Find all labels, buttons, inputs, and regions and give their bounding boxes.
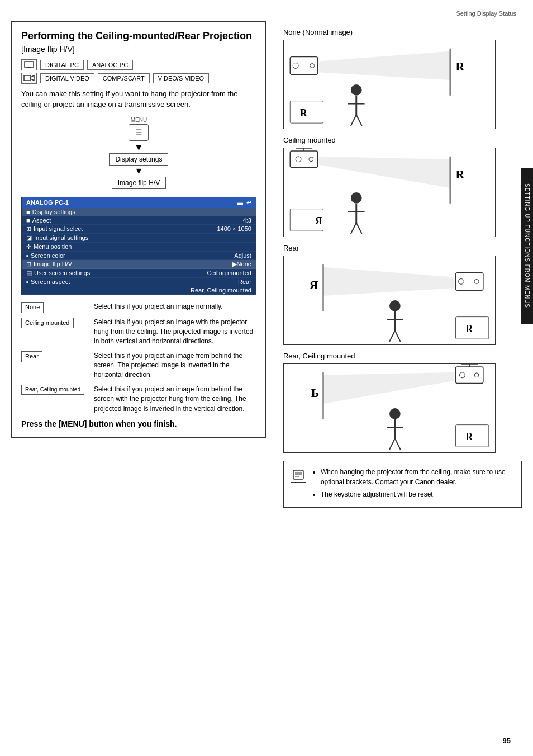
- svg-text:R: R: [315, 215, 322, 226]
- osd-image-flip-icon: ⊡: [26, 261, 31, 268]
- svg-marker-50: [323, 372, 454, 404]
- svg-rect-2: [24, 75, 31, 81]
- note-item-2: The keystone adjustment will be reset.: [321, 489, 515, 499]
- osd-row-display-settings: ■Display settings: [22, 208, 256, 216]
- svg-line-42: [395, 330, 401, 342]
- diagram-rear-ceiling: Ь R: [283, 363, 496, 453]
- video-icon: [21, 73, 37, 84]
- svg-point-20: [296, 157, 301, 162]
- intro-text: You can make this setting if you want to…: [21, 88, 256, 110]
- osd-screen-aspect-icon: ▪: [26, 278, 28, 285]
- svg-marker-22: [319, 157, 450, 188]
- svg-text:R: R: [455, 60, 464, 73]
- press-note: Press the [MENU] button when you finish.: [21, 419, 256, 428]
- badge-comp-scart: COMP./SCART: [98, 73, 150, 83]
- diagram-none: R R: [283, 40, 496, 129]
- image-flip-box: Image flip H/V: [112, 177, 166, 189]
- svg-line-41: [389, 330, 395, 342]
- svg-point-5: [293, 63, 298, 68]
- osd-row-menu-position: ✛Menu position: [22, 243, 256, 252]
- osd-row-input-signal-settings: ◪Input signal settings: [22, 234, 256, 243]
- diagram-label-none: None (Normal image): [283, 28, 522, 36]
- diagram-label-ceiling: Ceiling mounted: [283, 136, 522, 144]
- diagram-label-rear: Rear: [283, 244, 522, 252]
- note-icon: [291, 467, 306, 483]
- svg-point-49: [474, 373, 479, 377]
- left-column: Performing the Ceiling-mounted/Rear Proj…: [11, 21, 278, 508]
- osd-icon-return: ↩: [246, 199, 251, 206]
- svg-point-33: [458, 278, 464, 284]
- osd-screen: ANALOG PC-1 ▬ ↩ ■Display settings ■Aspec…: [21, 197, 256, 295]
- svg-line-28: [351, 223, 356, 234]
- svg-point-21: [309, 157, 313, 162]
- osd-user-screen-icon: ▤: [26, 270, 32, 277]
- diagram-rear: Я R: [283, 256, 496, 345]
- svg-line-57: [395, 438, 401, 450]
- osd-title: ANALOG PC-1: [26, 199, 69, 206]
- osd-row-aspect: ■Aspect 4:3: [22, 216, 256, 225]
- svg-point-38: [389, 300, 401, 311]
- badge-analog-pc: ANALOG PC: [87, 60, 133, 70]
- svg-text:R: R: [455, 168, 464, 181]
- option-none-label: None: [21, 302, 88, 313]
- svg-point-25: [351, 192, 362, 204]
- osd-input-select-icon: ⊞: [26, 225, 31, 233]
- svg-point-6: [310, 63, 315, 68]
- option-rear: Rear Select this if you project an image…: [21, 351, 256, 380]
- svg-rect-1: [27, 67, 31, 68]
- svg-rect-0: [25, 62, 34, 67]
- option-none-text: Select this if you project an image norm…: [88, 302, 256, 313]
- svg-text:R: R: [465, 431, 473, 442]
- osd-icon-bar: ▬: [237, 199, 243, 206]
- side-tab: SETTING UP FUNCTIONS FROM MENUS: [521, 168, 533, 324]
- right-column: None (Normal image) R R: [278, 21, 522, 508]
- input-type-row-2: DIGITAL VIDEO COMP./SCART VIDEO/S-VIDEO: [21, 73, 256, 84]
- osd-row-rear-ceiling: Rear, Ceiling mounted: [22, 286, 256, 295]
- svg-point-48: [459, 372, 465, 378]
- osd-row-screen-aspect: ▪Screen aspect Rear: [22, 278, 256, 286]
- svg-line-14: [356, 115, 362, 126]
- svg-marker-3: [31, 75, 34, 81]
- svg-text:R: R: [465, 323, 473, 334]
- option-ceiling-label: Ceiling mounted: [21, 318, 88, 347]
- section-box: Performing the Ceiling-mounted/Rear Proj…: [11, 21, 266, 438]
- svg-text:R: R: [300, 107, 307, 119]
- diagram-label-rear-ceiling: Rear, Ceiling mounted: [283, 352, 522, 360]
- svg-point-10: [351, 84, 362, 96]
- note-content: When hanging the projector from the ceil…: [312, 467, 515, 502]
- svg-rect-4: [290, 57, 317, 75]
- osd-header: ANALOG PC-1 ▬ ↩: [22, 197, 256, 208]
- svg-line-13: [351, 115, 356, 126]
- svg-line-29: [356, 223, 362, 234]
- svg-point-53: [389, 408, 401, 419]
- badge-video-svideo: VIDEO/S-VIDEO: [153, 73, 210, 83]
- osd-row-input-signal-select: ⊞Input signal select 1400 × 1050: [22, 225, 256, 234]
- option-rear-ceiling-label: Rear, Ceiling mounted: [21, 385, 88, 414]
- input-type-row-1: DIGITAL PC ANALOG PC: [21, 59, 256, 70]
- osd-header-icons: ▬ ↩: [237, 199, 251, 206]
- svg-marker-7: [319, 51, 450, 80]
- svg-line-56: [389, 438, 395, 450]
- display-settings-box: Display settings: [109, 153, 168, 166]
- menu-flow: MENU ☰ ▼ Display settings ▼ Image flip H…: [21, 117, 256, 189]
- option-rear-text: Select this if you project an image from…: [88, 351, 256, 380]
- svg-text:Ь: Ь: [311, 386, 319, 400]
- menu-label: MENU: [131, 117, 147, 123]
- diagram-ceiling: R R: [283, 148, 496, 237]
- badge-digital-video: DIGITAL VIDEO: [40, 73, 94, 83]
- option-ceiling-mounted: Ceiling mounted Select this if you proje…: [21, 318, 256, 347]
- pc-icon: [21, 59, 37, 70]
- osd-row-user-screen: ▤User screen settings Ceiling mounted: [22, 269, 256, 278]
- section-title: Performing the Ceiling-mounted/Rear Proj…: [21, 30, 256, 42]
- arrow-down-1: ▼: [135, 143, 144, 152]
- section-subtitle: [Image flip H/V]: [21, 45, 256, 54]
- osd-screen-color-icon: ▪: [26, 252, 28, 259]
- options-section: None Select this if you project an image…: [21, 302, 256, 414]
- osd-row-image-flip: ⊡Image flip H/V ▶None: [22, 260, 256, 269]
- osd-display-settings-icon: ■: [26, 209, 30, 215]
- menu-icon: ☰: [129, 124, 149, 141]
- arrow-down-2: ▼: [135, 167, 144, 176]
- osd-aspect-icon: ■: [26, 217, 30, 224]
- badge-digital-pc: DIGITAL PC: [40, 60, 84, 70]
- svg-point-34: [474, 279, 479, 284]
